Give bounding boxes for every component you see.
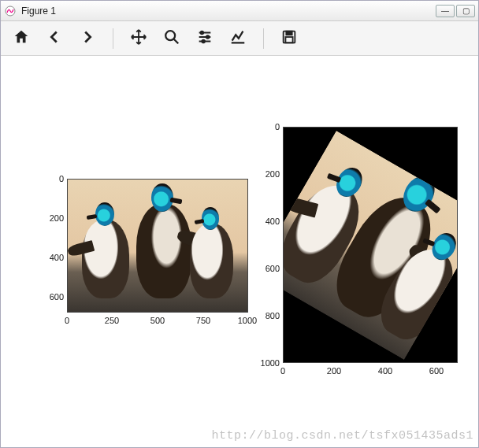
app-icon xyxy=(4,5,17,17)
titlebar: Figure 1 — ▢ xyxy=(1,1,478,21)
xtick: 0 xyxy=(271,366,295,376)
separator xyxy=(263,28,264,49)
ytick: 400 xyxy=(40,253,64,262)
figure-window: Figure 1 — ▢ xyxy=(0,0,479,448)
ytick: 600 xyxy=(40,292,64,302)
back-button[interactable] xyxy=(40,24,69,53)
watermark: http://blog.csdn.net/tsfx051435ads1 xyxy=(211,429,473,442)
arrow-right-icon xyxy=(79,28,96,48)
penguin-scene-rotated xyxy=(283,131,458,360)
edit-button[interactable] xyxy=(224,24,252,53)
svg-rect-6 xyxy=(286,31,291,35)
move-icon xyxy=(130,28,147,48)
ytick: 0 xyxy=(40,174,64,183)
xtick: 600 xyxy=(425,366,448,376)
minimize-button[interactable]: — xyxy=(436,5,455,17)
save-button[interactable] xyxy=(275,24,303,53)
subplot-right: 0 200 400 600 800 1000 0 200 400 600 xyxy=(283,127,458,363)
save-icon xyxy=(280,28,298,48)
ytick: 200 xyxy=(256,169,280,179)
chart-line-icon xyxy=(229,28,247,48)
svg-point-1 xyxy=(165,31,175,40)
image-right xyxy=(283,127,458,363)
xtick: 500 xyxy=(146,316,169,325)
sliders-icon xyxy=(196,28,214,48)
svg-rect-7 xyxy=(285,37,292,43)
ytick: 600 xyxy=(256,264,280,273)
home-button[interactable] xyxy=(7,24,35,53)
window-title: Figure 1 xyxy=(21,6,436,17)
penguin-scene xyxy=(68,180,247,312)
image-left xyxy=(67,179,248,313)
toolbar xyxy=(1,21,478,56)
separator xyxy=(113,28,113,49)
xtick: 400 xyxy=(373,366,397,376)
window-controls: — ▢ xyxy=(436,5,475,17)
xtick: 250 xyxy=(100,316,124,325)
svg-point-3 xyxy=(206,35,210,39)
home-icon xyxy=(13,28,30,48)
arrow-left-icon xyxy=(46,28,63,48)
ytick: 400 xyxy=(256,217,280,226)
search-icon xyxy=(163,28,180,48)
xtick: 0 xyxy=(55,316,79,325)
configure-button[interactable] xyxy=(191,24,219,53)
maximize-button[interactable]: ▢ xyxy=(456,5,475,17)
xtick: 200 xyxy=(322,366,346,376)
figure-canvas[interactable]: 0 200 400 600 0 250 500 750 1000 xyxy=(1,56,478,447)
subplot-left: 0 200 400 600 0 250 500 750 1000 xyxy=(67,179,248,313)
forward-button[interactable] xyxy=(73,24,102,53)
xtick: 750 xyxy=(191,316,215,325)
svg-point-4 xyxy=(202,40,205,43)
ytick: 800 xyxy=(256,311,280,320)
ytick: 0 xyxy=(256,122,280,131)
svg-point-2 xyxy=(201,31,204,35)
pan-button[interactable] xyxy=(124,24,153,53)
zoom-button[interactable] xyxy=(158,24,186,53)
ytick: 200 xyxy=(40,213,64,223)
